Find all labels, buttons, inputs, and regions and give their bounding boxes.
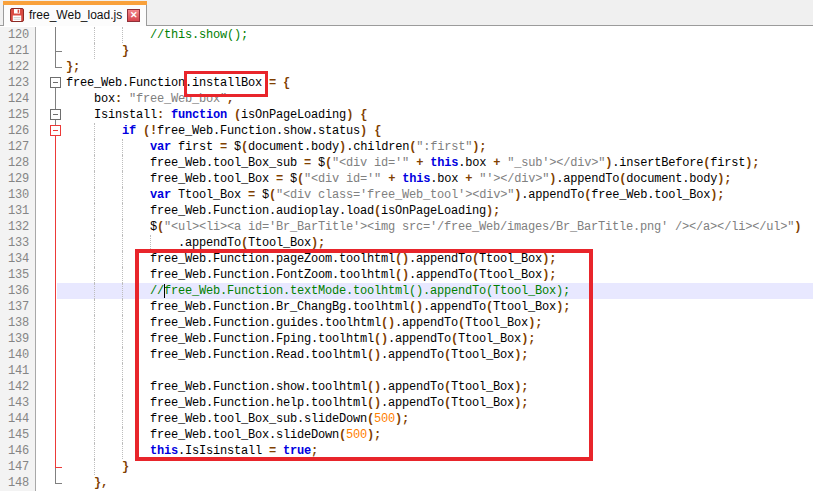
code-text[interactable]: free_Web.Function.help.toolhtml().append…	[57, 395, 813, 411]
fold-margin[interactable]	[36, 107, 57, 123]
code-text[interactable]: box: "free_Web_box",	[57, 91, 813, 107]
indent-guide	[94, 219, 95, 235]
code-text[interactable]: this.IsIsinstall = true;	[57, 443, 813, 459]
fold-margin[interactable]	[36, 267, 57, 283]
code-token: );	[367, 428, 381, 442]
code-token: Ttool_Box	[458, 332, 521, 346]
fold-margin[interactable]	[36, 171, 57, 187]
code-text[interactable]: Isinstall: function (isOnPageLoading) {	[57, 107, 813, 123]
code-token	[66, 140, 150, 154]
code-token: .appendTo	[395, 316, 458, 330]
code-token: Isinstall	[66, 108, 157, 122]
code-token: .box	[430, 172, 465, 186]
code-text[interactable]: free_Web.tool_Box_sub = $("<div id='" + …	[57, 155, 813, 171]
code-token: = {	[269, 76, 290, 90]
code-token: Ttool_Box	[171, 188, 248, 202]
code-token: );	[542, 268, 556, 282]
code-line-146: 146 this.IsIsinstall = true;	[0, 443, 813, 459]
code-line-121: 121 }	[0, 43, 813, 59]
indent-guide	[94, 155, 95, 171]
code-text[interactable]: //free_Web.Function.textMode.toolhtml().…	[57, 283, 813, 299]
fold-margin[interactable]	[36, 75, 57, 91]
fold-margin[interactable]	[36, 347, 57, 363]
code-text[interactable]: };	[57, 59, 813, 75]
code-text[interactable]: free_Web.Function.audioplay.load(isOnPag…	[57, 203, 813, 219]
fold-margin[interactable]	[36, 331, 57, 347]
fold-margin[interactable]	[36, 411, 57, 427]
fold-margin[interactable]	[36, 475, 57, 491]
fold-margin[interactable]	[36, 363, 57, 379]
code-text[interactable]: //this.show();	[57, 27, 813, 43]
fold-margin[interactable]	[36, 459, 57, 475]
code-token: ()	[367, 380, 381, 394]
code-text[interactable]	[57, 363, 813, 379]
fold-margin[interactable]	[36, 187, 57, 203]
code-token: Ttool_Box	[493, 300, 556, 314]
code-text[interactable]: free_Web.Function.installBox = {	[57, 75, 813, 91]
code-text[interactable]: var first = $(document.body).children(":…	[57, 139, 813, 155]
fold-margin[interactable]	[36, 251, 57, 267]
code-text[interactable]: var Ttool_Box = $("<div class='free_Web_…	[57, 187, 813, 203]
line-number: 145	[0, 427, 36, 443]
code-token: {	[360, 108, 367, 122]
fold-margin[interactable]	[36, 427, 57, 443]
code-text[interactable]: }	[57, 43, 813, 59]
code-token: "free_Web_box"	[129, 92, 227, 106]
code-text[interactable]: free_Web.tool_Box = $("<div id='" + this…	[57, 171, 813, 187]
code-token: .appendTo	[409, 268, 472, 282]
fold-margin[interactable]	[36, 43, 57, 59]
fold-margin[interactable]	[36, 315, 57, 331]
fold-margin[interactable]	[36, 91, 57, 107]
fold-margin[interactable]	[36, 27, 57, 43]
code-text[interactable]: free_Web.tool_Box.slideDown(500);	[57, 427, 813, 443]
code-text[interactable]: free_Web.Function.guides.toolhtml().appe…	[57, 315, 813, 331]
code-text[interactable]: free_Web.Function.Read.toolhtml().append…	[57, 347, 813, 363]
fold-margin[interactable]	[36, 155, 57, 171]
fold-margin[interactable]	[36, 59, 57, 75]
code-text[interactable]: free_Web.Function.FontZoom.toolhtml().ap…	[57, 267, 813, 283]
line-number: 121	[0, 43, 36, 59]
code-text[interactable]: $("<ul><li><a id='Br_BarTitle'><img src=…	[57, 219, 813, 235]
code-text[interactable]: free_Web.Function.Br_ChangBg.toolhtml().…	[57, 299, 813, 315]
code-token: "'></div>"	[479, 172, 549, 186]
fold-margin[interactable]	[36, 123, 57, 139]
code-token	[122, 92, 129, 106]
code-token: );	[514, 396, 528, 410]
fold-margin[interactable]	[36, 203, 57, 219]
code-text[interactable]: }	[57, 459, 813, 475]
code-text[interactable]: },	[57, 475, 813, 491]
fold-margin[interactable]	[36, 395, 57, 411]
unsaved-file-floppy-icon	[10, 8, 24, 22]
indent-guide	[94, 299, 95, 315]
code-token: box	[66, 92, 115, 106]
line-number: 132	[0, 219, 36, 235]
code-text[interactable]: free_Web.Function.pageZoom.toolhtml().ap…	[57, 251, 813, 267]
code-line-131: 131 free_Web.Function.audioplay.load(isO…	[0, 203, 813, 219]
code-text[interactable]: free_Web.Function.show.toolhtml().append…	[57, 379, 813, 395]
fold-margin[interactable]	[36, 219, 57, 235]
code-line-138: 138 free_Web.Function.guides.toolhtml().…	[0, 315, 813, 331]
code-text[interactable]: .appendTo(Ttool_Box);	[57, 235, 813, 251]
indent-guide	[122, 251, 123, 267]
code-text[interactable]: if (!free_Web.Function.show.status) {	[57, 123, 813, 139]
code-token: this	[402, 172, 430, 186]
fold-margin[interactable]	[36, 139, 57, 155]
indent-guide	[122, 171, 123, 187]
fold-margin[interactable]	[36, 443, 57, 459]
fold-margin[interactable]	[36, 299, 57, 315]
tab-close-icon[interactable]: ✕	[127, 9, 140, 22]
fold-margin[interactable]	[36, 283, 57, 299]
code-line-120: 120 //this.show();	[0, 27, 813, 43]
fold-margin[interactable]	[36, 379, 57, 395]
line-number: 144	[0, 411, 36, 427]
code-token: var	[150, 188, 171, 202]
indent-guide	[94, 379, 95, 395]
code-token: ()	[381, 316, 395, 330]
fold-margin[interactable]	[36, 235, 57, 251]
code-token: ()	[395, 268, 409, 282]
code-text[interactable]: free_Web.Function.Fping.toolhtml().appen…	[57, 331, 813, 347]
code-text[interactable]: free_Web.tool_Box_sub.slideDown(500);	[57, 411, 813, 427]
tab-free-web-load-js[interactable]: free_Web_load.js ✕	[3, 1, 147, 26]
code-line-139: 139 free_Web.Function.Fping.toolhtml().a…	[0, 331, 813, 347]
code-token: "<ul><li><a id='Br_BarTitle'><img src='/…	[164, 220, 794, 234]
